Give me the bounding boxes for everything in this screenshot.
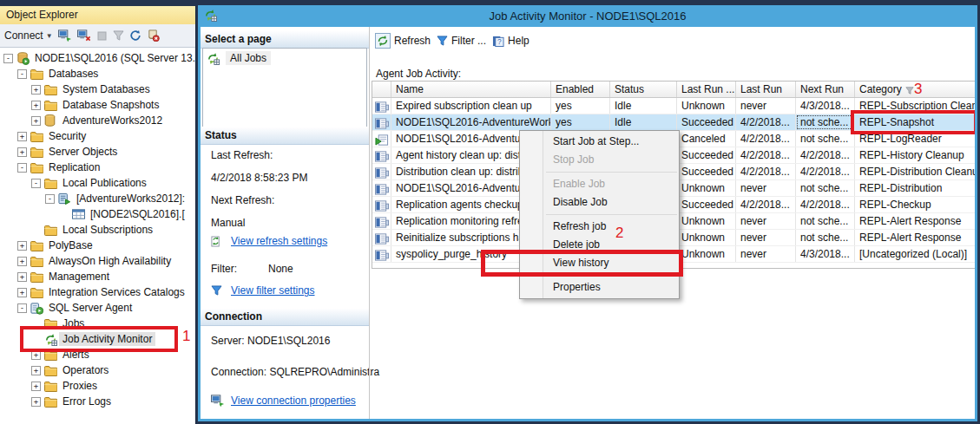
cell-last-run[interactable]: 4/2/2018... bbox=[736, 147, 796, 163]
view-refresh-settings-link[interactable]: View refresh settings bbox=[211, 235, 327, 247]
cell-category[interactable]: REPL-Checkup bbox=[855, 197, 975, 212]
cell-enabled[interactable]: yes bbox=[551, 98, 610, 114]
expand-icon[interactable]: + bbox=[31, 350, 41, 360]
cell-last-run[interactable]: never bbox=[736, 230, 796, 245]
expand-icon[interactable]: + bbox=[31, 382, 41, 391]
tree-item-databases[interactable]: -Databases bbox=[0, 66, 195, 82]
expand-icon[interactable]: + bbox=[31, 101, 41, 110]
cell-name[interactable]: NODE1\SQL2016-AdventureWork... bbox=[391, 114, 551, 130]
tree-item-database-snapshots[interactable]: +Database Snapshots bbox=[0, 97, 195, 113]
cell-last-run[interactable]: never bbox=[736, 246, 796, 262]
tree-item-server-objects[interactable]: +Server Objects bbox=[0, 144, 195, 160]
tree-item-local-publications[interactable]: -Local Publications bbox=[0, 175, 195, 191]
collapse-icon[interactable]: - bbox=[31, 179, 41, 188]
cell-category[interactable]: REPL-Distribution bbox=[855, 180, 975, 196]
tree-item-node1-sql2016-sql-server-13-0-1[interactable]: -NODE1\SQL2016 (SQL Server 13.0.1 bbox=[0, 50, 195, 66]
expand-icon[interactable]: + bbox=[17, 241, 27, 251]
menu-item-disable-job[interactable]: Disable Job bbox=[520, 193, 679, 212]
stop-button[interactable] bbox=[96, 30, 108, 42]
collapse-icon[interactable]: - bbox=[17, 69, 27, 79]
tree-item-error-logs[interactable]: +Error Logs bbox=[0, 394, 195, 409]
tree-item-node2-sql2016[interactable]: [NODE2\SQL2016].[ bbox=[0, 206, 195, 222]
job-row-0[interactable]: Expired subscription clean upyesIdleUnkn… bbox=[372, 98, 975, 114]
tree-item-operators[interactable]: +Operators bbox=[0, 362, 195, 378]
cell-next-run[interactable]: not sche... bbox=[796, 114, 855, 130]
cell-category[interactable]: REPL-History Cleanup bbox=[855, 147, 975, 163]
tree-item-integration-services-catalogs[interactable]: +Integration Services Catalogs bbox=[0, 284, 195, 300]
cell-last-run-outcome[interactable]: Succeeded bbox=[677, 197, 736, 212]
cell-last-run-outcome[interactable]: Succeeded bbox=[677, 147, 736, 163]
cell-enabled[interactable]: yes bbox=[551, 114, 610, 130]
cell-next-run[interactable]: 4/3/2018... bbox=[796, 98, 855, 114]
tree-item-replication[interactable]: -Replication bbox=[0, 160, 195, 175]
collapse-icon[interactable]: - bbox=[17, 163, 27, 173]
tree-item-adventureworks2012[interactable]: -[AdventureWorks2012]: bbox=[0, 191, 195, 206]
filter-button[interactable]: Filter ... bbox=[437, 35, 486, 47]
expand-icon[interactable]: + bbox=[17, 288, 27, 297]
connect-dropdown[interactable]: Connect ▼ bbox=[4, 29, 53, 42]
expand-icon[interactable]: + bbox=[17, 257, 27, 266]
cell-last-run-outcome[interactable]: Unknown bbox=[677, 180, 736, 196]
tree-item-sql-server-agent[interactable]: -SQL Server Agent bbox=[0, 300, 195, 316]
cell-next-run[interactable]: 4/2/2018... bbox=[796, 164, 855, 179]
funnel-gray-button[interactable] bbox=[113, 30, 124, 41]
tree-item-local-subscriptions[interactable]: Local Subscriptions bbox=[0, 222, 195, 238]
expand-icon[interactable]: + bbox=[31, 116, 41, 126]
cell-last-run-outcome[interactable]: Unknown bbox=[677, 246, 736, 262]
cell-last-run-outcome[interactable]: Unknown bbox=[677, 98, 736, 114]
cell-next-run[interactable]: not sche... bbox=[796, 131, 855, 147]
cell-next-run[interactable]: 4/2/2018... bbox=[796, 147, 855, 163]
connect-server-button[interactable] bbox=[58, 29, 72, 42]
cell-last-run[interactable]: 4/2/2018... bbox=[736, 164, 796, 179]
column-header-last-run[interactable]: Last Run ... bbox=[677, 82, 736, 97]
cell-last-run-outcome[interactable]: Canceled bbox=[677, 131, 736, 147]
cell-category[interactable]: REPL-Snapshot bbox=[855, 114, 975, 130]
tree-item-management[interactable]: +Management bbox=[0, 269, 195, 284]
cell-last-run[interactable]: never bbox=[736, 180, 796, 196]
expand-icon[interactable]: + bbox=[17, 147, 27, 157]
tree-item-adventureworks2012[interactable]: +AdventureWorks2012 bbox=[0, 113, 195, 128]
column-header-icon[interactable] bbox=[372, 82, 391, 97]
column-header-next-run[interactable]: Next Run bbox=[796, 82, 855, 97]
column-header-status[interactable]: Status bbox=[610, 82, 677, 97]
cell-category[interactable]: REPL-Alert Response bbox=[855, 213, 975, 229]
menu-item-delete-job[interactable]: Delete job bbox=[520, 236, 679, 254]
page-item-all-jobs[interactable]: All Jobs bbox=[207, 51, 363, 65]
cell-last-run-outcome[interactable]: Unknown bbox=[677, 213, 736, 229]
cell-last-run[interactable]: 4/2/2018... bbox=[736, 197, 796, 212]
refresh-blue-button[interactable] bbox=[129, 29, 141, 42]
collapse-icon[interactable]: - bbox=[17, 303, 27, 313]
view-filter-settings-link[interactable]: View filter settings bbox=[211, 284, 315, 297]
job-row-1[interactable]: NODE1\SQL2016-AdventureWork...yesIdleSuc… bbox=[372, 114, 975, 131]
cell-last-run-outcome[interactable]: Succeeded bbox=[677, 164, 736, 179]
disconnect-server-button[interactable] bbox=[77, 29, 91, 42]
expand-icon[interactable]: + bbox=[31, 85, 41, 95]
cell-category[interactable]: REPL-LogReader bbox=[855, 131, 975, 147]
expand-icon[interactable]: + bbox=[31, 397, 41, 407]
menu-item-properties[interactable]: Properties bbox=[520, 278, 679, 297]
cell-name[interactable]: Expired subscription clean up bbox=[391, 98, 551, 114]
tree-item-security[interactable]: +Security bbox=[0, 128, 195, 144]
cell-next-run[interactable]: 4/3/2018... bbox=[796, 246, 855, 262]
cell-last-run-outcome[interactable]: Succeeded bbox=[677, 114, 736, 130]
tree-item-jobs[interactable]: Jobs bbox=[0, 316, 195, 331]
cell-last-run[interactable]: never bbox=[736, 98, 796, 114]
cell-next-run[interactable]: 4/2/2018... bbox=[796, 197, 855, 212]
cell-category[interactable]: REPL-Alert Response bbox=[855, 230, 975, 245]
cell-status[interactable]: Idle bbox=[610, 98, 677, 114]
collapse-icon[interactable]: - bbox=[45, 194, 55, 204]
refresh-button[interactable]: Refresh bbox=[375, 33, 431, 49]
cell-next-run[interactable]: not sche... bbox=[796, 213, 855, 229]
column-header-enabled[interactable]: Enabled bbox=[551, 82, 610, 97]
tree-item-polybase[interactable]: +PolyBase bbox=[0, 238, 195, 253]
column-header-last-run[interactable]: Last Run bbox=[736, 82, 796, 97]
tree-item-alwayson-high-availability[interactable]: +AlwaysOn High Availability bbox=[0, 253, 195, 269]
menu-item-refresh-job[interactable]: Refresh job bbox=[520, 218, 679, 236]
cell-last-run[interactable]: 4/2/2018... bbox=[736, 114, 796, 130]
tree-item-alerts[interactable]: +Alerts bbox=[0, 347, 195, 362]
object-explorer-header[interactable]: Object Explorer bbox=[0, 6, 195, 24]
view-connection-properties-link[interactable]: View connection properties bbox=[211, 395, 356, 407]
expand-icon[interactable]: + bbox=[17, 272, 27, 282]
menu-item-start-job-at-step[interactable]: Start Job at Step... bbox=[520, 133, 679, 151]
collapse-icon[interactable]: - bbox=[3, 54, 13, 63]
